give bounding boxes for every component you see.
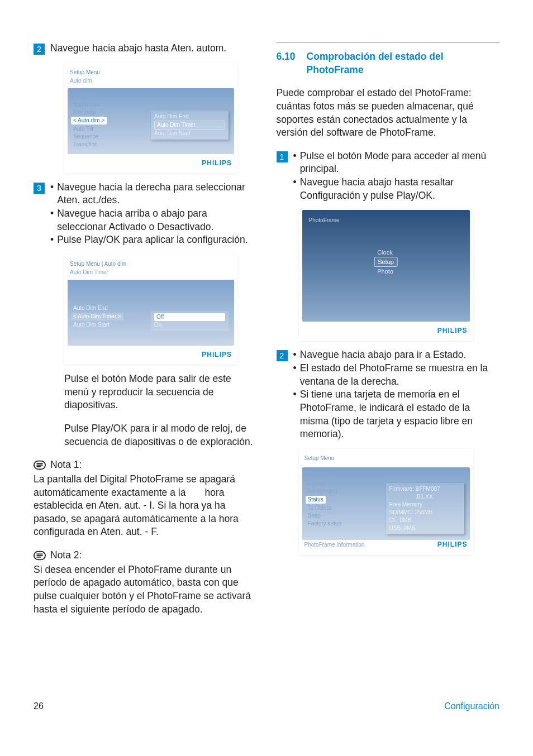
step-badge-2: 2 [34, 44, 45, 55]
shot4-ri-0: Firmware: BFFM007 [389, 485, 461, 493]
shot1-li-1: Brightness [73, 101, 145, 108]
shot2-li-2: Auto Dim Start [73, 321, 145, 329]
shot1-li-5: Sequence [73, 133, 145, 141]
page-footer: 26 Configuración [34, 700, 499, 712]
shot1-left-pane: Language Brightness Key Help < Auto dim … [68, 88, 151, 154]
shot1-brand: PHILIPS [202, 159, 232, 168]
r1-b0: Pulse el botón Mode para acceder al menú… [300, 150, 499, 176]
shot3-mi-2: Photo [374, 267, 398, 276]
shot2-ri-1: On [154, 321, 225, 329]
shot4-li-4: To Delete [308, 504, 380, 512]
shot4-ri-1: B1.XX [389, 493, 461, 501]
note1-row: Nota 1: [34, 458, 257, 472]
note1-label: Nota 1: [50, 458, 82, 472]
shot1-right-pane: Auto Dim End Auto Dim Timer Auto Dim Sta… [151, 88, 234, 154]
shot1-sub: Auto dim [64, 77, 237, 88]
shot1-li-2: Key Help [73, 108, 145, 116]
section-number: 6.10 [277, 50, 296, 76]
page-number: 26 [34, 700, 44, 712]
right-intro: Puede comprobar el estado del PhotoFrame… [277, 87, 500, 140]
screenshot-main-menu: PhotoFrame Clock Setup Photo PHILIPS [299, 210, 473, 341]
shot4-li-0: Frequency [308, 472, 380, 480]
step3-b0: Navegue hacia la derecha para selecciona… [57, 181, 256, 207]
shot1-li-6: Transition [73, 141, 145, 149]
step-badge-r1: 1 [277, 151, 288, 162]
step-badge-r2: 2 [277, 350, 288, 361]
shot4-ri-2: Free Memory [389, 501, 461, 509]
shot2-li-1: < Auto Dim Timer > [71, 313, 123, 320]
r1-b1: Navegue hacia abajo hasta resaltar Confi… [300, 176, 499, 202]
shot4-footer-left: PhotoFrame Information. [304, 541, 367, 549]
step3-b2: Pulse Play/OK para aplicar la configurac… [57, 233, 248, 247]
note2-label: Nota 2: [50, 549, 82, 562]
step-2-text: Navegue hacia abajo hasta Aten. autom. [50, 42, 257, 55]
note2-row: Nota 2: [34, 549, 257, 562]
shot4-li-5: Beep [308, 512, 380, 520]
shot4-li-6: Factory setup [308, 520, 380, 528]
shot2-li-0: Auto Dim End [73, 304, 145, 312]
step3-b1: Navegue hacia arriba o abajo para selecc… [57, 207, 256, 233]
shot3-mi-1: Setup [374, 257, 398, 267]
r2-b2: Si tiene una tarjeta de memoria en el Ph… [300, 388, 499, 441]
shot1-ri-0: Auto Dim End [154, 113, 225, 121]
shot1-ri-2: Auto Dim Start [154, 130, 225, 137]
shot4-ri-3: SD/MMC: 256MB [389, 509, 461, 516]
shot2-sub: Auto Dim Timer [64, 269, 237, 280]
note2-body: Si desea encender el PhotoFrame durante … [34, 563, 257, 616]
shot4-li-2: Background [308, 487, 380, 495]
left-para1: Pulse el botón Mode para salir de este m… [64, 372, 257, 412]
shot3-brand: PHILIPS [437, 326, 468, 335]
screenshot-autodim-timer: Setup Menu | Auto dim Auto Dim Timer Aut… [64, 255, 237, 365]
note-icon [34, 549, 46, 562]
shot4-head: Setup Menu [299, 449, 473, 463]
shot1-li-4: Auto Tilt [73, 125, 145, 133]
footer-section: Configuración [444, 700, 499, 712]
r2-b1: El estado del PhotoFrame se muestra en l… [300, 362, 499, 388]
shot3-mi-0: Clock [374, 248, 398, 257]
shot4-li-1: Collage [308, 480, 380, 487]
right-step-2: 2 Navegue hacia abajo para ir a Estado. … [277, 348, 500, 441]
shot1-li-3: < Auto dim > [71, 117, 107, 125]
right-step-1: 1 Pulse el botón Mode para acceder al me… [277, 150, 500, 203]
note1-body: La pantalla del Digital PhotoFrame se ap… [34, 473, 257, 539]
screenshot-status: Setup Menu Frequency Collage Background … [299, 449, 473, 555]
left-para2: Pulse Play/OK para ir al modo de reloj, … [64, 422, 257, 448]
shot2-left-pane: Auto Dim End < Auto Dim Timer > Auto Dim… [68, 280, 151, 346]
shot1-li-0: Language [73, 93, 145, 101]
section-head: 6.10 Comprobación del estado del PhotoFr… [277, 50, 500, 76]
shot4-left-pane: Frequency Collage Background Status To D… [302, 467, 386, 540]
shot2-head: Setup Menu | Auto dim [64, 255, 237, 269]
shot4-brand: PHILIPS [437, 540, 468, 549]
shot4-ri-5: USB: 0MB [389, 524, 461, 532]
shot4-li-3: Status [306, 496, 326, 504]
step-2: 2 Navegue hacia abajo hasta Aten. autom. [34, 42, 257, 55]
shot4-right-pane: Firmware: BFFM007 B1.XX Free Memory SD/M… [386, 467, 470, 540]
r2-b0: Navegue hacia abajo para ir a Estado. [300, 348, 467, 362]
shot3-brand-small: PhotoFrame [309, 217, 340, 224]
shot4-ri-4: CF: 0MB [389, 516, 461, 524]
step-3: 3 Navegue hacia la derecha para seleccio… [34, 181, 257, 247]
shot2-brand: PHILIPS [202, 350, 232, 359]
section-title: Comprobación del estado del PhotoFrame [307, 50, 499, 76]
shot1-ri-1: Auto Dim Timer [154, 121, 225, 130]
note-icon [34, 459, 46, 471]
shot2-right-pane: Off On [151, 280, 234, 346]
step-badge-3: 3 [34, 183, 45, 194]
shot1-head: Setup Menu [64, 63, 237, 78]
shot2-ri-0: Off [154, 313, 225, 321]
screenshot-setup-autodim: Setup Menu Auto dim Language Brightness … [64, 63, 237, 173]
